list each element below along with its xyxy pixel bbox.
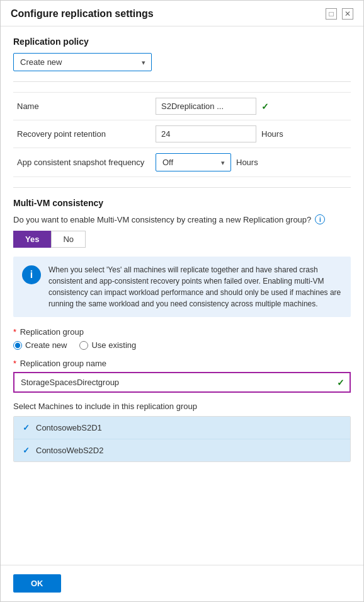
policy-dropdown-wrapper: Create new existing ▾ bbox=[13, 53, 152, 71]
ok-button[interactable]: OK bbox=[13, 574, 61, 593]
info-icon[interactable]: i bbox=[315, 214, 325, 224]
machine-item-2: ✓ ContosoWebS2D2 bbox=[14, 439, 350, 461]
info-box-icon: i bbox=[22, 265, 41, 284]
replication-group-field-label: * Replication group bbox=[13, 327, 351, 337]
recovery-input[interactable] bbox=[156, 125, 256, 142]
title-bar: Configure replication settings □ ✕ bbox=[1, 1, 363, 26]
configure-replication-dialog: Configure replication settings □ ✕ Repli… bbox=[0, 0, 364, 602]
yes-button[interactable]: Yes bbox=[13, 231, 51, 248]
machine-check-2: ✓ bbox=[23, 446, 30, 455]
title-bar-controls: □ ✕ bbox=[326, 8, 353, 20]
name-label: Name bbox=[13, 93, 152, 120]
info-box: i When you select 'Yes' all machines wil… bbox=[13, 257, 351, 317]
snapshot-label: App consistent snapshot frequency bbox=[13, 148, 152, 177]
name-input[interactable] bbox=[156, 98, 256, 115]
replication-group-radio-group: Create new Use existing bbox=[13, 340, 351, 350]
replication-policy-title: Replication policy bbox=[13, 37, 351, 47]
name-control: ✓ bbox=[156, 98, 347, 115]
snapshot-row: App consistent snapshot frequency Off 1 … bbox=[13, 148, 351, 177]
radio-create-new-text: Create new bbox=[25, 340, 67, 350]
radio-use-existing-label[interactable]: Use existing bbox=[79, 340, 136, 350]
snapshot-units: Hours bbox=[236, 158, 258, 167]
machine-name-1: ContosowebS2D1 bbox=[36, 423, 102, 432]
yes-no-group: Yes No bbox=[13, 231, 351, 248]
minimize-button[interactable]: □ bbox=[326, 8, 337, 20]
machine-name-2: ContosoWebS2D2 bbox=[36, 446, 103, 455]
name-check-icon: ✓ bbox=[261, 101, 269, 112]
replication-group-label: Replication group bbox=[20, 327, 84, 337]
consistency-question-text: Do you want to enable Multi-VM consisten… bbox=[13, 215, 311, 224]
group-name-input-wrapper: ✓ bbox=[13, 372, 351, 393]
snapshot-dropdown[interactable]: Off 1 2 4 6 bbox=[156, 153, 231, 171]
machine-check-1: ✓ bbox=[23, 423, 30, 432]
recovery-units: Hours bbox=[261, 129, 283, 139]
group-name-label: Replication group name bbox=[20, 359, 106, 368]
machines-list: ✓ ContosowebS2D1 ✓ ContosoWebS2D2 bbox=[13, 416, 351, 462]
no-button[interactable]: No bbox=[51, 231, 86, 248]
dialog-footer: OK bbox=[1, 565, 363, 601]
required-asterisk-1: * bbox=[13, 327, 16, 337]
recovery-label: Recovery point retention bbox=[13, 120, 152, 148]
info-box-text: When you select 'Yes' all machines will … bbox=[48, 264, 342, 310]
radio-create-new[interactable] bbox=[13, 341, 22, 350]
multivmconsistency-section: Multi-VM consistency Do you want to enab… bbox=[13, 198, 351, 462]
divider-2 bbox=[13, 187, 351, 188]
policy-dropdown[interactable]: Create new existing bbox=[13, 53, 152, 71]
recovery-control: Hours bbox=[156, 125, 347, 142]
name-row: Name ✓ bbox=[13, 93, 351, 120]
group-name-check-icon: ✓ bbox=[337, 378, 344, 388]
radio-use-existing-text: Use existing bbox=[91, 340, 136, 350]
divider-1 bbox=[13, 81, 351, 82]
recovery-row: Recovery point retention Hours bbox=[13, 120, 351, 148]
multivmconsistency-title: Multi-VM consistency bbox=[13, 198, 351, 208]
select-machines-label: Select Machines to include in this repli… bbox=[13, 402, 351, 411]
policy-form: Name ✓ Recovery point retention Hours bbox=[13, 92, 351, 177]
replication-policy-section: Replication policy Create new existing ▾ bbox=[13, 37, 351, 71]
group-name-field-label: * Replication group name bbox=[13, 359, 351, 368]
required-asterisk-2: * bbox=[13, 359, 16, 368]
dialog-content: Replication policy Create new existing ▾… bbox=[1, 26, 363, 565]
snapshot-dropdown-wrapper: Off 1 2 4 6 ▾ bbox=[156, 153, 231, 171]
radio-create-new-label[interactable]: Create new bbox=[13, 340, 67, 350]
close-button[interactable]: ✕ bbox=[342, 8, 353, 20]
radio-use-existing[interactable] bbox=[79, 341, 88, 350]
dialog-title: Configure replication settings bbox=[11, 8, 154, 20]
snapshot-control: Off 1 2 4 6 ▾ Hours bbox=[156, 153, 347, 171]
group-name-input[interactable] bbox=[13, 372, 351, 393]
consistency-question: Do you want to enable Multi-VM consisten… bbox=[13, 214, 351, 224]
machine-item-1: ✓ ContosowebS2D1 bbox=[14, 417, 350, 439]
